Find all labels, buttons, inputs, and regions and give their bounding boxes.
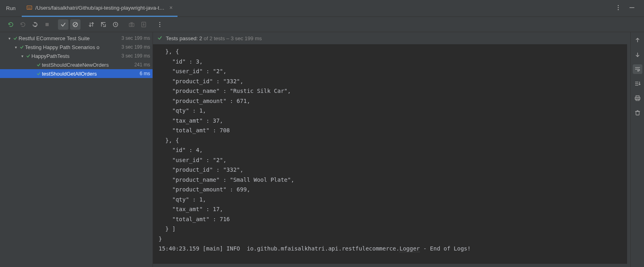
svg-line-9 [101,23,104,25]
scroll-down-icon[interactable] [633,50,642,60]
svg-point-12 [131,24,132,26]
rerun-button[interactable] [6,19,16,30]
tree-item-name: Restful ECommerce Test Suite [19,35,119,41]
import-button[interactable] [138,19,149,30]
clear-icon[interactable] [633,108,642,117]
tree-item-time: 3 sec 199 ms [119,35,150,41]
svg-rect-6 [45,23,49,26]
results-header: Tests passed: 2 of 2 tests – 3 sec 199 m… [153,32,630,44]
scroll-to-end-icon[interactable] [633,79,642,88]
svg-rect-29 [636,111,639,115]
check-icon [157,35,163,42]
sort-button[interactable] [86,19,97,30]
tree-item-name: HappyPathTests [31,53,119,59]
toolbar [0,17,644,32]
rerun-failed-button[interactable] [18,19,28,30]
svg-point-16 [159,22,161,23]
console-output[interactable]: }, { "id" : 3, "user_id" : "2", "product… [153,44,627,264]
chevron-down-icon[interactable]: ▾ [6,36,12,41]
tree-row[interactable]: testShouldGetAllOrders6 ms [0,69,153,78]
tab-title: /Users/faisalkhatri/Github/api-testing-p… [35,5,165,11]
stop-button [42,19,52,30]
soft-wrap-icon[interactable] [633,64,642,74]
pass-icon [12,36,19,41]
tree-item-time: 6 ms [137,71,150,76]
toggle-auto-test-button[interactable] [30,19,40,30]
history-button[interactable] [110,19,121,30]
tree-item-name: testShouldCreateNewOrders [42,62,132,68]
show-ignored-button[interactable] [70,19,80,30]
svg-point-17 [159,24,161,25]
tree-row[interactable]: ▾Testing Happy Path Scenarios o3 sec 199… [0,43,153,51]
console-gutter [630,32,644,267]
tool-window-label: Run [0,5,22,11]
svg-rect-11 [129,23,134,27]
more-vertical-icon[interactable] [615,4,621,12]
expand-all-button[interactable] [98,19,109,30]
svg-point-4 [618,9,619,10]
title-bar: Run NG /Users/faisalkhatri/Github/api-te… [0,0,644,17]
print-icon[interactable] [633,93,642,103]
svg-point-2 [618,5,619,6]
main: ▾Restful ECommerce Test Suite3 sec 199 m… [0,32,644,267]
more-icon[interactable] [155,19,165,30]
svg-text:NG: NG [27,6,31,9]
pass-icon [35,71,42,76]
svg-rect-28 [636,99,639,101]
tree-row[interactable]: testShouldCreateNewOrders241 ms [0,60,153,69]
svg-rect-13 [131,23,132,23]
svg-point-3 [618,7,619,8]
run-config-tab[interactable]: NG /Users/faisalkhatri/Github/api-testin… [22,0,178,17]
pass-icon [25,53,31,58]
tree-row[interactable]: ▾HappyPathTests3 sec 199 ms [0,51,153,60]
chevron-down-icon[interactable]: ▾ [13,45,19,49]
screenshot-button[interactable] [126,19,137,30]
tests-total-label: of 2 tests – 3 sec 199 ms [202,35,262,41]
results-pane: Tests passed: 2 of 2 tests – 3 sec 199 m… [153,32,630,267]
chevron-down-icon[interactable]: ▾ [19,54,25,58]
tree-item-time: 3 sec 199 ms [119,44,150,50]
tree-item-time: 3 sec 199 ms [119,53,150,59]
tree-item-name: Testing Happy Path Scenarios o [25,44,119,50]
tests-passed-label: Tests passed: [166,35,199,41]
pass-icon [19,45,25,49]
testng-icon: NG [27,5,32,10]
test-tree[interactable]: ▾Restful ECommerce Test Suite3 sec 199 m… [0,32,153,267]
svg-line-8 [74,23,77,26]
svg-point-18 [159,26,161,27]
minimize-icon[interactable] [629,4,635,12]
tree-row[interactable]: ▾Restful ECommerce Test Suite3 sec 199 m… [0,34,153,43]
pass-icon [35,62,42,67]
close-icon[interactable]: × [169,4,173,11]
scroll-up-icon[interactable] [633,35,642,45]
show-passed-button[interactable] [58,19,68,30]
tree-item-name: testShouldGetAllOrders [42,71,137,77]
tree-item-time: 241 ms [132,62,150,68]
